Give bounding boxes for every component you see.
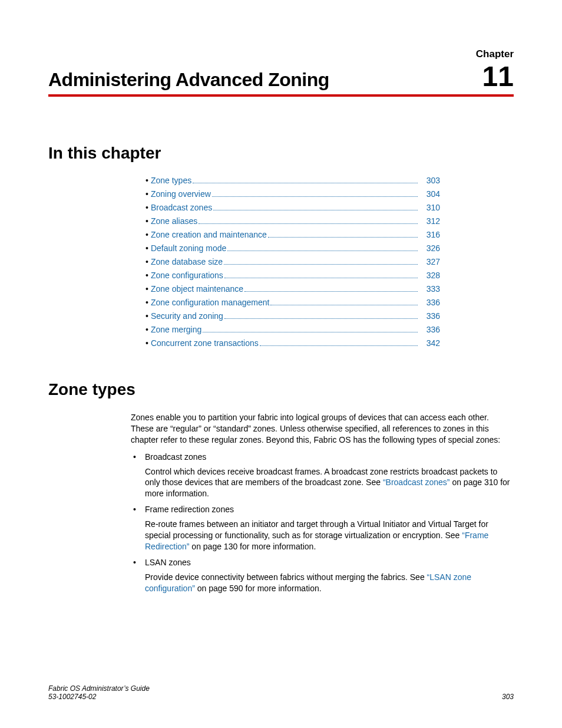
footer-doc-number: 53-1002745-02 — [48, 693, 150, 701]
bullet-icon: • — [146, 176, 148, 185]
bullet-icon: • — [146, 271, 148, 280]
toc-link[interactable]: Zone configuration management — [151, 298, 270, 307]
toc-page-link[interactable]: 310 — [420, 203, 440, 212]
toc-row: •Zoning overview304 — [146, 189, 440, 199]
zone-types-intro: Zones enable you to partition your fabri… — [131, 412, 514, 446]
toc-leader-dots — [212, 196, 418, 197]
toc-row: •Zone merging336 — [146, 325, 440, 334]
section-zone-types: Zone types — [48, 380, 514, 399]
list-item: Frame redirection zonesRe-route frames b… — [131, 504, 514, 552]
toc-link[interactable]: Concurrent zone transactions — [151, 338, 259, 348]
bullet-icon: • — [146, 298, 148, 307]
toc-row: •Broadcast zones310 — [146, 203, 440, 212]
toc-leader-dots — [244, 291, 418, 292]
toc-row: •Concurrent zone transactions342 — [146, 338, 440, 348]
toc-link[interactable]: Zone types — [151, 176, 191, 185]
toc-leader-dots — [227, 251, 418, 251]
toc-row: •Zone aliases312 — [146, 216, 440, 226]
toc-page-link[interactable]: 326 — [420, 243, 440, 253]
toc-leader-dots — [199, 223, 418, 224]
toc-page-link[interactable]: 303 — [420, 176, 440, 185]
toc-link[interactable]: Zoning overview — [151, 189, 211, 199]
list-item-description: Control which devices receive broadcast … — [145, 466, 514, 500]
toc-link[interactable]: Zone creation and maintenance — [151, 230, 267, 239]
toc-row: •Default zoning mode326 — [146, 243, 440, 253]
toc-leader-dots — [224, 264, 418, 265]
toc-leader-dots — [193, 183, 418, 183]
bullet-icon: • — [146, 257, 148, 266]
bullet-icon: • — [146, 230, 148, 239]
toc-page-link[interactable]: 316 — [420, 230, 440, 239]
toc-leader-dots — [213, 210, 418, 210]
chapter-header: Administering Advanced Zoning 11 — [48, 62, 514, 97]
toc-link[interactable]: Zone aliases — [151, 216, 197, 226]
page-footer: Fabric OS Administrator’s Guide 53-10027… — [48, 684, 514, 701]
toc-page-link[interactable]: 342 — [420, 338, 440, 348]
list-item: LSAN zonesProvide device connectivity be… — [131, 557, 514, 594]
toc-row: •Zone configuration management336 — [146, 298, 440, 307]
toc-link[interactable]: Zone merging — [151, 325, 201, 334]
bullet-icon: • — [146, 203, 148, 212]
toc-row: •Zone types303 — [146, 176, 440, 185]
list-item-title: LSAN zones — [145, 557, 514, 568]
description-text: on page 130 for more information. — [189, 542, 316, 551]
toc-row: •Zone creation and maintenance316 — [146, 230, 440, 239]
toc-leader-dots — [224, 278, 418, 278]
description-text: Provide device connectivity between fabr… — [145, 572, 427, 582]
toc-leader-dots — [270, 305, 418, 305]
toc-link[interactable]: Zone object maintenance — [151, 284, 243, 294]
toc-page-link[interactable]: 336 — [420, 325, 440, 334]
zone-types-body: Zones enable you to partition your fabri… — [131, 412, 514, 594]
footer-left: Fabric OS Administrator’s Guide 53-10027… — [48, 684, 150, 701]
bullet-icon: • — [146, 284, 148, 294]
bullet-icon: • — [146, 325, 148, 334]
toc-page-link[interactable]: 333 — [420, 284, 440, 294]
toc-page-link[interactable]: 336 — [420, 311, 440, 321]
bullet-icon: • — [146, 243, 148, 253]
bullet-icon: • — [146, 338, 148, 348]
toc-row: •Zone configurations328 — [146, 271, 440, 280]
toc-leader-dots — [268, 237, 418, 238]
description-text: Re-route frames between an initiator and… — [145, 519, 488, 540]
toc-link[interactable]: Default zoning mode — [151, 243, 226, 253]
toc-list: •Zone types303•Zoning overview304•Broadc… — [146, 176, 440, 348]
list-item-description: Provide device connectivity between fabr… — [145, 572, 514, 594]
list-item-title: Frame redirection zones — [145, 504, 514, 515]
list-item-title: Broadcast zones — [145, 452, 514, 463]
footer-book-title: Fabric OS Administrator’s Guide — [48, 684, 150, 693]
toc-link[interactable]: Zone database size — [151, 257, 223, 266]
chapter-label: Chapter — [48, 48, 514, 60]
toc-leader-dots — [224, 318, 418, 319]
description-text: on page 590 for more information. — [195, 584, 322, 593]
toc-link[interactable]: Security and zoning — [151, 311, 223, 321]
toc-page-link[interactable]: 312 — [420, 216, 440, 226]
toc-row: •Security and zoning336 — [146, 311, 440, 321]
bullet-icon: • — [146, 216, 148, 226]
toc-row: •Zone object maintenance333 — [146, 284, 440, 294]
bullet-icon: • — [146, 189, 148, 199]
toc-row: •Zone database size327 — [146, 257, 440, 266]
list-item: Broadcast zonesControl which devices rec… — [131, 452, 514, 500]
chapter-number: 11 — [482, 62, 514, 91]
toc-link[interactable]: Broadcast zones — [151, 203, 212, 212]
footer-page-number: 303 — [502, 693, 514, 701]
toc-page-link[interactable]: 328 — [420, 271, 440, 280]
toc-leader-dots — [203, 332, 418, 332]
list-item-description: Re-route frames between an initiator and… — [145, 519, 514, 552]
toc-page-link[interactable]: 336 — [420, 298, 440, 307]
cross-reference-link[interactable]: “Broadcast zones” — [383, 477, 450, 487]
toc-page-link[interactable]: 304 — [420, 189, 440, 199]
section-in-this-chapter: In this chapter — [48, 144, 514, 163]
toc-leader-dots — [260, 345, 418, 346]
toc-link[interactable]: Zone configurations — [151, 271, 223, 280]
bullet-icon: • — [146, 311, 148, 321]
toc-page-link[interactable]: 327 — [420, 257, 440, 266]
chapter-title: Administering Advanced Zoning — [48, 69, 329, 91]
